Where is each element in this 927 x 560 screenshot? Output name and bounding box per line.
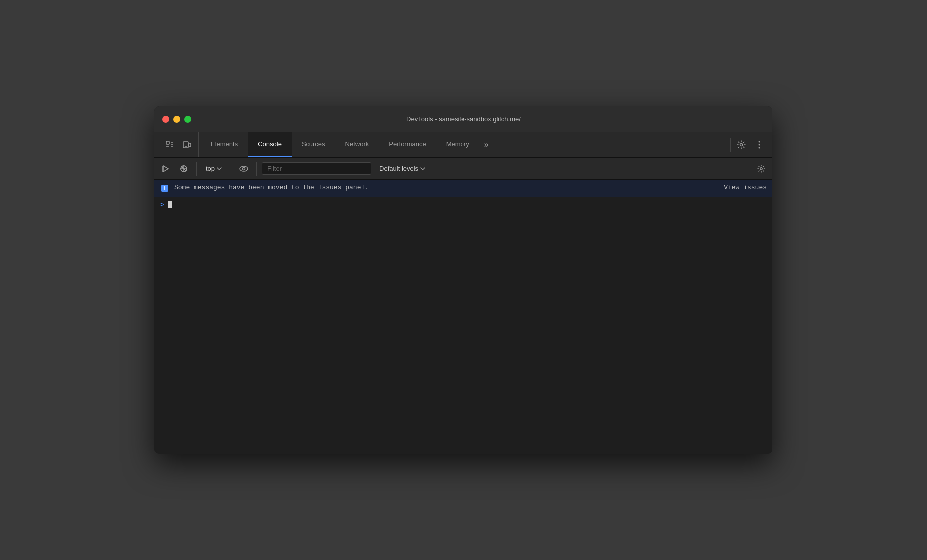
svg-point-19: [240, 166, 248, 171]
svg-point-20: [243, 167, 245, 170]
tab-elements[interactable]: Elements: [201, 132, 248, 157]
console-settings-button[interactable]: [754, 161, 769, 176]
tab-console[interactable]: Console: [248, 132, 292, 157]
view-issues-link[interactable]: View issues: [724, 184, 767, 191]
console-body: i Some messages have been moved to the I…: [154, 180, 772, 454]
inspect-element-button[interactable]: [162, 138, 177, 152]
console-message-text: Some messages have been moved to the Iss…: [174, 184, 724, 191]
execute-script-button[interactable]: [158, 161, 173, 176]
console-cursor: [168, 201, 172, 208]
tabbar-separator: [730, 138, 731, 152]
toolbar-divider-1: [196, 162, 197, 176]
titlebar: DevTools - samesite-sandbox.glitch.me/: [154, 106, 772, 132]
window-title: DevTools - samesite-sandbox.glitch.me/: [406, 115, 521, 123]
more-options-button[interactable]: [752, 138, 767, 152]
tabbar-icons: [158, 132, 199, 157]
close-button[interactable]: [162, 116, 169, 123]
tab-performance[interactable]: Performance: [379, 132, 436, 157]
maximize-button[interactable]: [184, 116, 191, 123]
more-tabs-button[interactable]: »: [479, 132, 494, 157]
default-levels-button[interactable]: Default levels: [374, 163, 430, 174]
svg-rect-0: [166, 141, 169, 144]
svg-point-9: [759, 141, 760, 142]
console-info-message: i Some messages have been moved to the I…: [154, 180, 772, 197]
svg-point-10: [759, 144, 760, 145]
tabbar: Elements Console Sources Network Perform…: [154, 132, 772, 158]
console-prompt-row[interactable]: >: [154, 197, 772, 211]
tab-memory[interactable]: Memory: [436, 132, 479, 157]
console-chevron: >: [160, 200, 164, 208]
info-icon: i: [160, 184, 169, 193]
toolbar-divider-3: [256, 162, 257, 176]
device-toolbar-button[interactable]: [179, 138, 194, 152]
svg-point-21: [760, 167, 762, 169]
tab-network[interactable]: Network: [335, 132, 379, 157]
filter-input[interactable]: [262, 162, 371, 175]
clear-console-button[interactable]: [176, 161, 191, 176]
console-toolbar: top Default levels: [154, 158, 772, 180]
svg-rect-6: [189, 143, 191, 147]
toolbar-divider-2: [231, 162, 231, 176]
svg-marker-12: [163, 166, 168, 172]
svg-point-11: [759, 147, 760, 148]
svg-point-8: [740, 143, 743, 146]
traffic-lights: [162, 116, 191, 123]
preserve-log-button[interactable]: [236, 161, 251, 176]
devtools-window: DevTools - samesite-sandbox.glitch.me/: [154, 106, 772, 454]
context-selector[interactable]: top: [202, 163, 226, 174]
tabbar-right-icons: [730, 132, 772, 157]
minimize-button[interactable]: [173, 116, 180, 123]
settings-button[interactable]: [734, 138, 749, 152]
tab-sources[interactable]: Sources: [292, 132, 335, 157]
